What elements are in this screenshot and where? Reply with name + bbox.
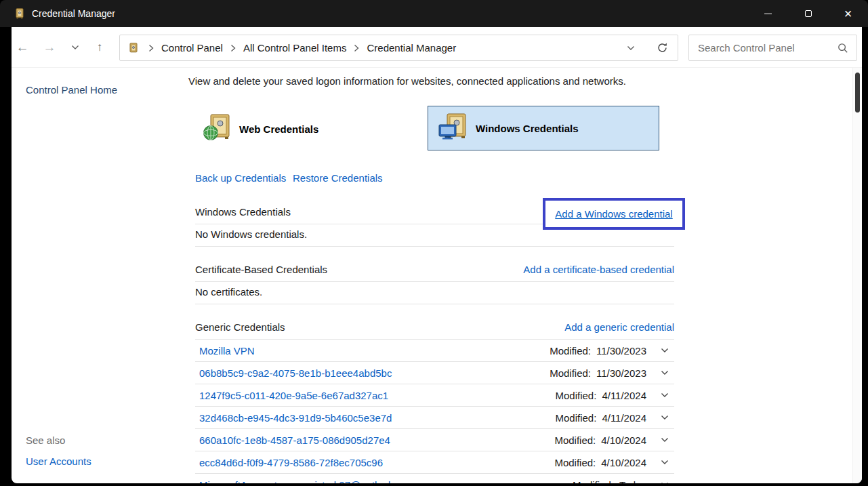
backup-credentials-link[interactable]: Back up Credentials xyxy=(195,172,286,184)
modified-date: 4/11/2024 xyxy=(602,412,646,424)
highlight-annotation-box: Add a Windows credential xyxy=(543,198,685,230)
windows-credentials-heading: Windows Credentials xyxy=(195,206,291,218)
chevron-down-icon xyxy=(71,45,79,50)
breadcrumb-item-all-control-panel-items[interactable]: All Control Panel Items xyxy=(243,42,347,54)
credential-name-link[interactable]: Mozilla VPN xyxy=(199,345,255,357)
separator xyxy=(195,304,674,304)
recent-pages-dropdown-button[interactable] xyxy=(67,27,83,68)
breadcrumb-chevron-icon xyxy=(230,44,236,52)
breadcrumb-chevron-icon xyxy=(148,44,154,52)
credential-row: 06b8b5c9-c9a2-4075-8e1b-b1eee4abd5bc Mod… xyxy=(195,362,674,384)
search-input[interactable] xyxy=(689,42,838,54)
modified-date: 4/10/2024 xyxy=(601,457,646,468)
modified-label: Modified: xyxy=(573,479,614,484)
generic-credentials-list: Mozilla VPN Modified: 11/30/2023 06b8b5c… xyxy=(195,340,674,483)
add-generic-credential-link[interactable]: Add a generic credential xyxy=(564,321,674,333)
window-controls: × xyxy=(748,0,868,27)
credential-name-link[interactable]: 660a10fc-1e8b-4587-a175-086d905d27e4 xyxy=(199,434,390,446)
maximize-button[interactable] xyxy=(788,0,828,27)
close-icon: × xyxy=(844,7,852,20)
breadcrumb-chevron-icon xyxy=(354,44,359,52)
credential-manager-icon xyxy=(14,8,25,19)
refresh-button[interactable] xyxy=(657,42,668,54)
tab-web-credentials[interactable]: Web Credentials xyxy=(202,113,318,145)
modified-date: 4/11/2024 xyxy=(602,390,646,401)
credential-row: 1247f9c5-c011-420e-9a5e-6e67ad327ac1 Mod… xyxy=(195,384,674,407)
tab-label: Windows Credentials xyxy=(476,123,579,134)
modified-label: Modified: xyxy=(550,345,591,357)
tab-label: Web Credentials xyxy=(239,123,318,135)
credential-row: Mozilla VPN Modified: 11/30/2023 xyxy=(195,340,674,362)
windows-credentials-icon xyxy=(438,112,468,144)
sidebar-item-user-accounts[interactable]: User Accounts xyxy=(26,455,91,467)
chevron-down-icon xyxy=(627,45,635,51)
separator xyxy=(195,281,674,282)
windows-credentials-empty-text: No Windows credentials. xyxy=(195,228,307,240)
sidebar-item-control-panel-home[interactable]: Control Panel Home xyxy=(26,84,117,96)
credential-row: 32d468cb-e945-4dc3-91d9-5b460c5e3e7d Mod… xyxy=(195,407,674,429)
maximize-icon xyxy=(805,10,812,17)
credential-name-link[interactable]: 32d468cb-e945-4dc3-91d9-5b460c5e3e7d xyxy=(199,412,392,424)
minimize-icon xyxy=(764,14,772,14)
navigation-toolbar: ← → ↑ Control Panel All Control Panel It… xyxy=(12,27,862,68)
breadcrumb-item-control-panel[interactable]: Control Panel xyxy=(161,42,223,54)
refresh-icon xyxy=(657,42,668,54)
modified-label: Modified: xyxy=(554,434,596,446)
title-bar: Credential Manager × xyxy=(0,0,868,27)
restore-credentials-link[interactable]: Restore Credentials xyxy=(293,172,383,184)
credential-name-link[interactable]: 06b8b5c9-c9a2-4075-8e1b-b1eee4abd5bc xyxy=(199,367,392,379)
add-certificate-credential-link[interactable]: Add a certificate-based credential xyxy=(523,264,674,275)
back-button[interactable]: ← xyxy=(13,27,32,68)
certificate-credentials-empty-text: No certificates. xyxy=(195,286,262,298)
expand-chevron-icon[interactable] xyxy=(658,482,671,483)
see-also-label: See also xyxy=(26,434,65,446)
forward-button[interactable]: → xyxy=(40,27,59,68)
web-credentials-icon xyxy=(202,113,232,145)
expand-chevron-icon[interactable] xyxy=(658,348,671,353)
modified-date: 4/10/2024 xyxy=(601,434,646,446)
tab-windows-credentials[interactable]: Windows Credentials xyxy=(428,106,659,150)
modified-label: Modified: xyxy=(550,367,591,379)
scrollbar-thumb[interactable] xyxy=(855,73,860,113)
modified-label: Modified: xyxy=(556,412,597,424)
up-arrow-icon: ↑ xyxy=(97,41,103,54)
address-dropdown-button[interactable] xyxy=(627,45,635,51)
expand-chevron-icon[interactable] xyxy=(658,460,671,465)
expand-chevron-icon[interactable] xyxy=(658,370,671,376)
expand-chevron-icon[interactable] xyxy=(658,415,671,420)
window-body: ← → ↑ Control Panel All Control Panel It… xyxy=(12,27,862,483)
credential-row: ecc84d6d-f0f9-4779-8586-72f8ec705c96 Mod… xyxy=(195,451,674,474)
search-icon[interactable] xyxy=(838,43,848,54)
credential-name-link[interactable]: 1247f9c5-c011-420e-9a5e-6e67ad327ac1 xyxy=(199,390,388,401)
modified-label: Modified: xyxy=(554,457,596,468)
credential-row: 660a10fc-1e8b-4587-a175-086d905d27e4 Mod… xyxy=(195,429,674,451)
minimize-button[interactable] xyxy=(748,0,788,27)
expand-chevron-icon[interactable] xyxy=(658,392,671,398)
credential-name-link[interactable]: MicrosoftAccount:user=raistark37@outlook… xyxy=(199,479,415,484)
modified-date: 11/30/2023 xyxy=(596,367,646,379)
up-button[interactable]: ↑ xyxy=(90,27,109,68)
separator xyxy=(195,246,674,247)
scrollbar-track[interactable] xyxy=(852,68,862,483)
window-title: Credential Manager xyxy=(32,8,115,19)
breadcrumb-item-credential-manager[interactable]: Credential Manager xyxy=(367,42,456,54)
search-box xyxy=(688,35,857,61)
add-windows-credential-link[interactable]: Add a Windows credential xyxy=(555,208,672,220)
credential-row: MicrosoftAccount:user=raistark37@outlook… xyxy=(195,474,674,483)
modified-label: Modified: xyxy=(556,390,597,401)
close-button[interactable]: × xyxy=(828,0,868,27)
modified-date: 11/30/2023 xyxy=(596,345,646,357)
control-panel-icon xyxy=(128,43,139,54)
modified-date: Today xyxy=(619,479,646,484)
expand-chevron-icon[interactable] xyxy=(658,437,671,443)
page-description: View and delete your saved logon informa… xyxy=(188,75,626,87)
credential-name-link[interactable]: ecc84d6d-f0f9-4779-8586-72f8ec705c96 xyxy=(199,457,383,468)
forward-arrow-icon: → xyxy=(43,40,56,55)
back-arrow-icon: ← xyxy=(16,40,29,55)
address-bar[interactable]: Control Panel All Control Panel Items Cr… xyxy=(119,35,678,61)
